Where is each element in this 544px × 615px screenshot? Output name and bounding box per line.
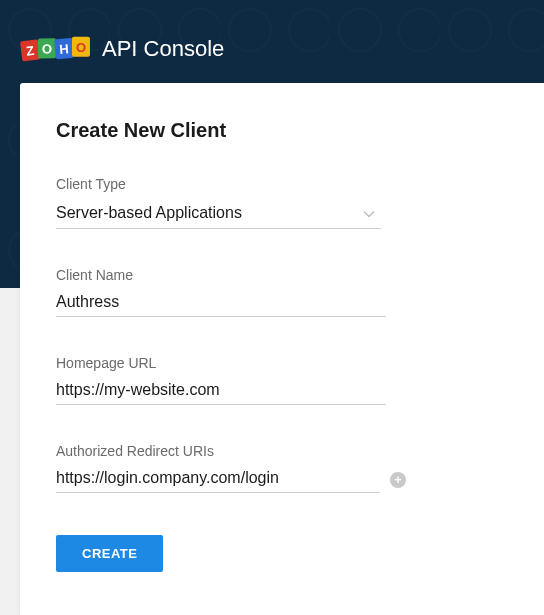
create-button[interactable]: CREATE (56, 535, 163, 572)
client-name-group: Client Name (56, 267, 508, 317)
homepage-url-label: Homepage URL (56, 355, 508, 371)
app-header: Z O H O API Console (0, 0, 544, 83)
redirect-uris-group: Authorized Redirect URIs + (56, 443, 508, 493)
logo-tile-o2: O (72, 36, 90, 56)
add-uri-button[interactable]: + (390, 472, 406, 488)
redirect-uri-input[interactable] (56, 467, 380, 493)
client-type-label: Client Type (56, 176, 508, 192)
client-type-value: Server-based Applications (56, 204, 242, 221)
page-title: Create New Client (56, 119, 508, 142)
homepage-url-group: Homepage URL (56, 355, 508, 405)
redirect-uri-row: + (56, 467, 406, 493)
client-name-label: Client Name (56, 267, 508, 283)
client-type-group: Client Type Server-based Applications (56, 176, 508, 229)
homepage-url-input[interactable] (56, 379, 386, 405)
create-client-card: Create New Client Client Type Server-bas… (20, 83, 544, 615)
chevron-down-icon (363, 206, 375, 218)
client-name-input[interactable] (56, 291, 386, 317)
zoho-logo: Z O H O (22, 36, 91, 60)
logo-tile-h: H (54, 37, 74, 58)
redirect-uris-label: Authorized Redirect URIs (56, 443, 508, 459)
client-type-select[interactable]: Server-based Applications (56, 200, 381, 229)
plus-icon: + (394, 473, 402, 487)
app-title: API Console (102, 36, 224, 62)
